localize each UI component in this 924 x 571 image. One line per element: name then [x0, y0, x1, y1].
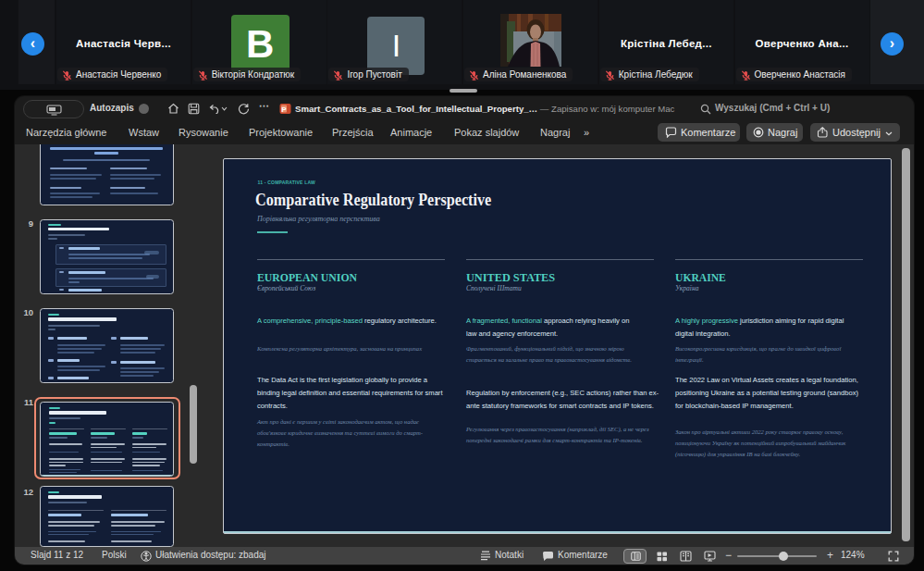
svg-text:P: P — [281, 106, 287, 114]
